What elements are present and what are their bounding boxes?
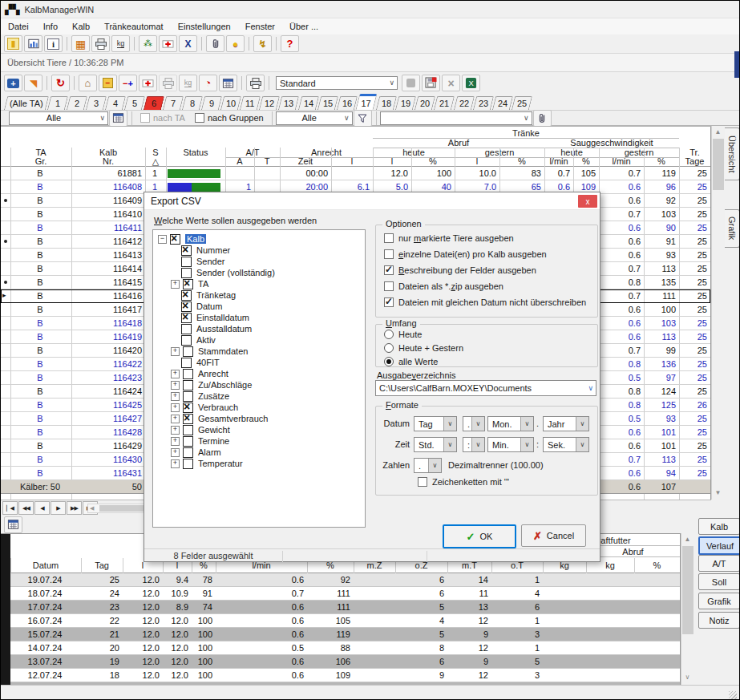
menu-item-über[interactable]: Über ... xyxy=(282,19,326,34)
ambulance-icon[interactable] xyxy=(159,35,177,52)
expander-plus-icon[interactable]: + xyxy=(171,347,180,356)
paperclip-icon[interactable] xyxy=(206,35,224,52)
table-row[interactable]: B61881100:0012.010010.0830.71050.711925 xyxy=(1,167,710,180)
ambulance-icon[interactable] xyxy=(139,75,157,91)
detail-tab-grafik[interactable]: Grafik xyxy=(698,593,740,609)
tree-checkbox[interactable] xyxy=(181,324,192,334)
search-combo[interactable]: ∨ xyxy=(380,111,532,125)
ta-tab-12[interactable]: 12 xyxy=(259,96,280,110)
expander-plus-icon[interactable]: + xyxy=(171,280,180,289)
tree-item-gesamtverbrauch[interactable]: +Gesamtverbrauch xyxy=(171,413,268,424)
calendar-table-icon[interactable] xyxy=(4,516,22,533)
ta-tab-21[interactable]: 21 xyxy=(434,96,455,110)
datum-part3-combo[interactable]: Jahr∨ xyxy=(543,416,589,431)
ta-tab-25[interactable]: 25 xyxy=(512,96,532,110)
zeit-part2-combo[interactable]: Min.∨ xyxy=(487,437,534,452)
info-icon[interactable]: i xyxy=(44,35,63,52)
animals-table-vscroll[interactable]: ▲▼ xyxy=(711,126,725,500)
close-icon[interactable]: x xyxy=(578,195,597,208)
tree-item-ausstalldatum[interactable]: Ausstalldatum xyxy=(171,323,252,334)
ta-tab-8[interactable]: 8 xyxy=(182,96,203,110)
tree-checkbox[interactable] xyxy=(183,447,193,458)
tree-item-einstalldatum[interactable]: Einstalldatum xyxy=(171,312,249,323)
overview-icon[interactable] xyxy=(24,35,42,52)
output-dir-combo[interactable]: C:\Users\CalfBarn.MOXEY\Documents ∨ xyxy=(375,380,596,396)
strings-checkbox[interactable]: Zeichenketten mit '" xyxy=(418,477,509,487)
menu-item-einstellungen[interactable]: Einstellungen xyxy=(171,19,238,34)
tree-item-sender[interactable]: Sender xyxy=(171,256,224,267)
table-row[interactable]: 13.07.241912.012.01000.6106695 xyxy=(10,655,680,669)
tree-item-trnketag[interactable]: Tränketag xyxy=(171,289,236,301)
value-filter-combo[interactable]: Alle∨ xyxy=(276,111,353,125)
ta-tab-14[interactable]: 14 xyxy=(297,96,318,110)
printer-gray-icon[interactable] xyxy=(159,75,177,91)
tree-checkbox[interactable] xyxy=(183,369,193,379)
tab-uebersicht[interactable]: Übersicht xyxy=(725,127,740,180)
tree-checkbox[interactable] xyxy=(183,459,193,469)
dialog-title-bar[interactable]: Export CSV x xyxy=(144,192,600,210)
tree-item-alarm[interactable]: +Alarm xyxy=(171,447,221,458)
table-row[interactable]: 19.07.242512.09.4780.6926141 xyxy=(10,573,680,587)
datum-part2-combo[interactable]: Mon.∨ xyxy=(487,416,534,431)
ta-tab-17[interactable]: 17 xyxy=(356,94,378,110)
detail-tab-notiz[interactable]: Notiz xyxy=(698,612,740,629)
expander-plus-icon[interactable]: + xyxy=(171,381,180,390)
add-window-icon[interactable]: + xyxy=(4,75,22,91)
kg-gray-icon[interactable]: kg xyxy=(179,75,197,91)
tree-checkbox[interactable] xyxy=(181,257,192,267)
detail-tab-soll[interactable]: Soll xyxy=(698,573,740,590)
hand-plug-icon[interactable]: ↯ xyxy=(253,35,272,52)
table-row[interactable]: 12.07.241812.012.01000.61099123 xyxy=(10,669,680,682)
menu-item-tränkeautomat[interactable]: Tränkeautomat xyxy=(97,19,171,34)
lamp-icon[interactable]: ● xyxy=(226,35,245,52)
layout-combo[interactable]: Standard∨ xyxy=(276,76,398,90)
nach-gruppen-checkbox[interactable]: nach Gruppen xyxy=(195,113,264,123)
tree-item-stammdaten[interactable]: +Stammdaten xyxy=(171,346,248,357)
group-filter-combo[interactable]: Alle∨ xyxy=(9,111,108,125)
ta-tab-10[interactable]: 10 xyxy=(220,96,241,110)
ta-tab-23[interactable]: 23 xyxy=(473,96,494,110)
table-row[interactable]: 16.07.242212.012.01000.61054121 xyxy=(10,614,680,628)
ta-tab-3[interactable]: 3 xyxy=(86,96,107,110)
tree-item-anrecht[interactable]: +Anrecht xyxy=(171,368,228,379)
printer-icon[interactable] xyxy=(91,35,110,52)
ta-tab-2[interactable]: 2 xyxy=(67,96,87,110)
tree-item-nummer[interactable]: Nummer xyxy=(171,245,230,256)
tree-checkbox[interactable] xyxy=(181,358,192,368)
scrollbar-thumb[interactable] xyxy=(682,546,693,634)
plusminus-icon[interactable]: −+ xyxy=(119,75,137,91)
detail-tab-at[interactable]: A/T xyxy=(698,555,740,572)
save-view-icon[interactable] xyxy=(422,75,440,91)
table-row[interactable]: 14.07.242012.012.01000.5888121 xyxy=(10,641,680,655)
prev-page-icon[interactable]: ◀◀ xyxy=(18,501,34,515)
scroll-down-icon[interactable]: ∨ xyxy=(681,671,693,683)
tree-item-termine[interactable]: +Termine xyxy=(171,435,229,447)
tree-item-aktiv[interactable]: Aktiv xyxy=(171,334,216,346)
export-plan-icon[interactable] xyxy=(219,75,237,91)
zahlen-combo[interactable]: .∨ xyxy=(414,458,442,473)
tree-checkbox[interactable] xyxy=(181,245,192,256)
ta-tab-20[interactable]: 20 xyxy=(414,96,435,110)
expander-plus-icon[interactable]: + xyxy=(171,415,180,423)
table-row[interactable]: 17.07.242312.08.9740.61115136 xyxy=(10,601,680,614)
radio-allewerte[interactable]: alle Werte xyxy=(384,357,438,366)
option-checkbox-4[interactable]: Dateien mit gleichen Datum nicht übersch… xyxy=(384,297,586,307)
menu-item-datei[interactable]: Datei xyxy=(1,19,36,34)
ta-tab-4[interactable]: 4 xyxy=(105,96,126,110)
ta-tab-5[interactable]: 5 xyxy=(124,96,145,110)
expander-plus-icon[interactable]: + xyxy=(171,403,180,412)
funnel-icon[interactable] xyxy=(354,110,372,127)
ta-tab-7[interactable]: 7 xyxy=(163,96,184,110)
tree-checkbox[interactable] xyxy=(183,380,193,390)
expander-minus-icon[interactable]: − xyxy=(158,235,167,244)
ta-tab-13[interactable]: 13 xyxy=(278,96,299,110)
scroll-up-icon[interactable]: ▲ xyxy=(712,126,724,138)
ta-tab-11[interactable]: 11 xyxy=(240,96,261,110)
next-record-icon[interactable]: ▶ xyxy=(51,501,66,515)
menu-item-fenster[interactable]: Fenster xyxy=(238,19,282,34)
expander-plus-icon[interactable]: + xyxy=(171,459,180,468)
paperclip-icon[interactable] xyxy=(533,110,552,127)
tree-item-zustze[interactable]: +Zusätze xyxy=(171,390,229,402)
printer2-icon[interactable] xyxy=(246,75,265,91)
zeit-part1-combo[interactable]: Std.∨ xyxy=(414,437,457,452)
